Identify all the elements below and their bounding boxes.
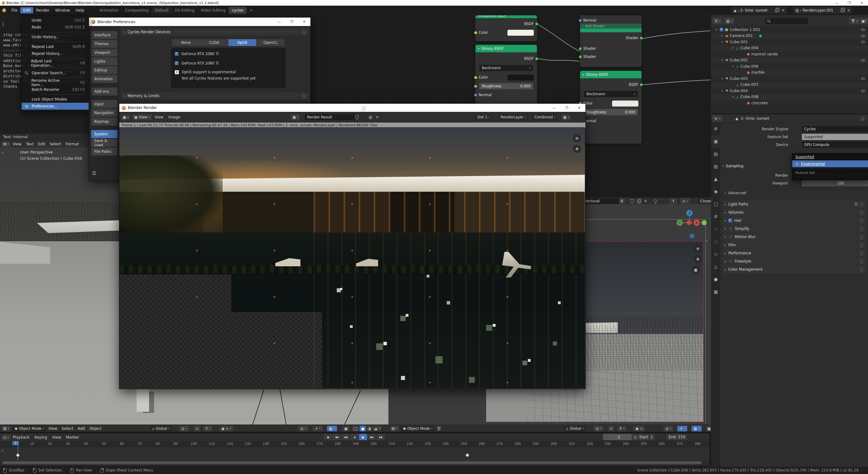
panel-row[interactable]: ▸ Light Paths ☰ xyxy=(720,200,868,208)
pin-icon[interactable] xyxy=(654,199,657,203)
timeline-menu-item[interactable]: Keying xyxy=(32,435,50,440)
outliner-row[interactable]: ▸ ◆ Camera.001 ◉ xyxy=(711,33,868,39)
pan-hand-icon[interactable]: ✥ xyxy=(694,255,702,263)
text-menu-item[interactable]: Select xyxy=(47,141,63,147)
playback-button[interactable]: ▮◀ xyxy=(333,434,341,440)
add-workspace-button[interactable]: + xyxy=(247,7,256,14)
panel-grip-icon[interactable] xyxy=(860,202,864,207)
edit-menu-item[interactable]: Preferences... xyxy=(22,103,89,109)
timeline-menu-item[interactable]: View xyxy=(50,435,63,440)
section-grip-icon[interactable] xyxy=(303,30,306,34)
outliner-item-label[interactable]: Cube.006 xyxy=(740,64,758,69)
timeline-scrollbar[interactable] xyxy=(2,461,702,464)
expander-icon[interactable]: ▾ xyxy=(731,95,735,98)
preferences-tab[interactable]: Input xyxy=(91,100,118,108)
minimize-button[interactable]: — xyxy=(830,1,843,5)
edit-menu-item[interactable]: Adjust Last Operation... F9 xyxy=(22,60,89,67)
preferences-tab[interactable]: Add-ons xyxy=(91,87,118,96)
outliner-item-label[interactable]: Camera.001 xyxy=(730,34,753,38)
hide-in-viewport-icon[interactable] xyxy=(861,89,866,93)
region-toggle-arrow[interactable]: > xyxy=(1,151,4,154)
view-layer[interactable]: ▥ xyxy=(711,160,720,172)
panel-grip-icon[interactable] xyxy=(860,219,864,223)
pin-id-icon[interactable] xyxy=(861,117,864,120)
workspace-tab[interactable]: Video Editing xyxy=(198,7,229,14)
object-data[interactable]: △ xyxy=(711,260,720,273)
section-grip-icon[interactable] xyxy=(303,94,306,98)
preferences-tab[interactable]: File Paths xyxy=(91,148,118,156)
outliner-item-label[interactable]: Cube.001 xyxy=(730,40,748,44)
socket-color-in[interactable] xyxy=(474,31,477,34)
panel-row[interactable]: ▸ Performance ☰ xyxy=(720,249,868,257)
edit-menu-item[interactable]: Undo History... xyxy=(22,34,89,40)
device-type-tab[interactable]: OptiX xyxy=(228,39,256,46)
panel-grip-icon[interactable] xyxy=(860,267,864,272)
node-add-shader[interactable]: Normal ▾ Add Shader Shader Shader Shader xyxy=(580,15,642,67)
panel-checkbox[interactable] xyxy=(728,219,732,222)
distribution-dropdown[interactable]: Beckmann▾ xyxy=(584,91,638,97)
image-menu-item[interactable]: Image xyxy=(166,114,183,120)
world[interactable]: ◉ xyxy=(711,185,720,198)
panel-grip-icon[interactable] xyxy=(860,227,864,231)
panel-row[interactable]: ▸ Hair ☰ xyxy=(720,217,868,225)
fake-user-icon[interactable] xyxy=(355,115,358,119)
color-swatch[interactable] xyxy=(507,30,534,36)
hide-in-viewport-icon[interactable] xyxy=(861,58,866,62)
preferences-tab[interactable]: Lights xyxy=(91,57,118,65)
new-scene-icon[interactable] xyxy=(775,9,778,12)
panel-row[interactable]: ▸ Color Management ☰ xyxy=(720,265,868,274)
menu-item[interactable]: Window xyxy=(52,7,73,13)
hide-in-viewport-icon[interactable] xyxy=(861,76,866,81)
editor-type-button[interactable]: ≡▾ xyxy=(712,115,722,122)
fake-user-icon[interactable] xyxy=(630,199,634,203)
xray-button[interactable]: ▣ xyxy=(342,426,350,432)
close-button[interactable]: ✕ xyxy=(573,106,585,110)
workspace-tab[interactable]: Default xyxy=(152,7,172,14)
viewport-menu-item[interactable]: View xyxy=(46,426,59,432)
layer-dropdown[interactable]: RenderLayer▾ xyxy=(498,114,528,120)
visibility-dropdown[interactable]: ◎▾ xyxy=(663,426,674,432)
overlays-dropdown[interactable]: ◍▾ xyxy=(692,426,702,432)
close-button[interactable]: ✕ xyxy=(298,20,310,24)
timeline-track[interactable] xyxy=(0,447,710,461)
outliner-item-label[interactable]: Cube.007 xyxy=(740,83,758,87)
snap-button[interactable]: ∩ xyxy=(608,426,615,432)
node-header[interactable] xyxy=(580,29,642,32)
hide-in-viewport-icon[interactable] xyxy=(861,28,866,32)
minimize-button[interactable]: — xyxy=(273,20,285,24)
presets-icon[interactable]: ☰ xyxy=(855,202,858,207)
device-type-tab[interactable]: OpenCL xyxy=(256,39,285,46)
texture[interactable]: ▦ xyxy=(711,285,720,298)
panel-grip-icon[interactable] xyxy=(860,259,864,263)
socket-bsdf-out[interactable] xyxy=(535,57,538,60)
socket-shader-in-2[interactable] xyxy=(579,55,582,59)
expander-icon[interactable]: ▾ xyxy=(720,89,724,92)
distribution-dropdown[interactable]: Beckmann▾ xyxy=(479,65,533,71)
panel-grip-icon[interactable] xyxy=(860,243,864,247)
panel-row[interactable]: ▸ Freestyle ☰ xyxy=(720,257,868,265)
unlink-material-icon[interactable]: ✕ xyxy=(644,199,647,203)
new-layer-icon[interactable] xyxy=(841,9,844,12)
proportional-edit-button[interactable]: ◉ ∿ xyxy=(633,426,645,432)
snap-magnet-button[interactable]: ∩▾ xyxy=(680,198,690,204)
gizmo-dropdown[interactable]: ↗▾ xyxy=(677,426,687,432)
playback-button[interactable]: ▶▮ xyxy=(376,434,385,440)
edit-menu-item[interactable] xyxy=(22,31,89,34)
pivot-dropdown[interactable]: ◎▾ xyxy=(594,426,603,432)
text-menu-item[interactable]: Edit xyxy=(36,141,47,147)
minimize-button[interactable]: — xyxy=(548,106,560,110)
shading-material-button[interactable]: ◑ xyxy=(366,426,372,432)
maximize-button[interactable]: ❐ xyxy=(560,106,573,110)
orientation-dropdown[interactable]: ⟂ Global▾ xyxy=(150,426,172,432)
object[interactable]: □ xyxy=(711,198,720,210)
material-name-field[interactable]: hitectural xyxy=(580,198,621,204)
outliner-row[interactable]: ▾ ▣ Collection 1.001 xyxy=(711,27,868,33)
mode-dropdown[interactable]: ▣Object Mode▾ xyxy=(12,426,46,432)
expander-icon[interactable]: ▾ xyxy=(715,28,718,31)
start-frame-field[interactable]: ◷Start1 xyxy=(631,434,655,440)
menu-item[interactable]: File xyxy=(8,7,20,13)
advanced-panel-header[interactable]: ▸Advanced xyxy=(725,191,746,195)
editor-type-button[interactable]: ◷▾ xyxy=(2,435,10,440)
preferences-tab[interactable]: Themes xyxy=(91,40,118,48)
open-image-icon[interactable]: ▤ xyxy=(369,115,372,119)
